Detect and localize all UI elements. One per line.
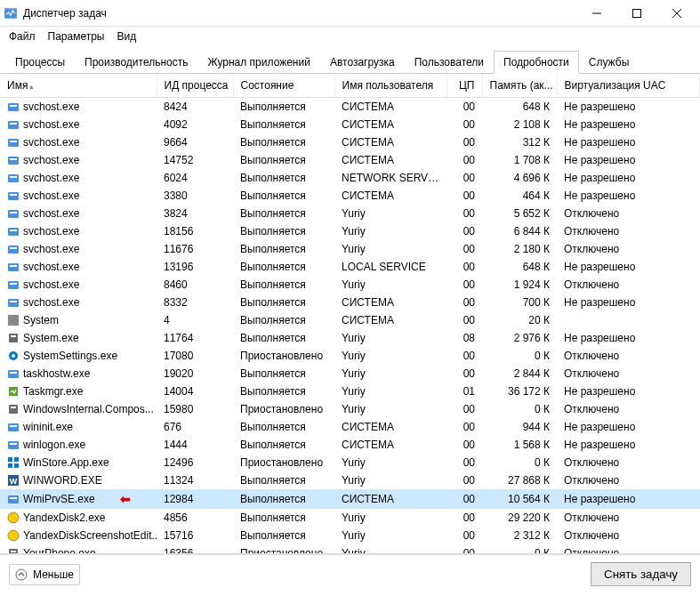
cell-uac: Не разрешено	[557, 489, 700, 509]
titlebar: Диспетчер задач	[0, 0, 700, 27]
table-row[interactable]: svchost.exe6024ВыполняетсяNETWORK SERVIC…	[0, 169, 700, 187]
cell-mem: 2 312 К	[482, 527, 557, 544]
col-name[interactable]: Имя▴	[0, 74, 157, 98]
cell-uac: Не разрешено	[557, 329, 700, 347]
table-row[interactable]: SystemSettings.exe17080ПриостановленоYur…	[0, 347, 700, 365]
table-row[interactable]: taskhostw.exe19020ВыполняетсяYuriy002 84…	[0, 365, 700, 383]
process-name: taskhostw.exe	[23, 367, 90, 380]
footer: Меньше Снять задачу	[0, 554, 700, 593]
cell-pid: 676	[157, 418, 233, 436]
col-uac[interactable]: Виртуализация UAC	[557, 74, 700, 98]
close-icon	[672, 9, 681, 18]
cell-user: Yuriy	[334, 365, 447, 383]
cell-mem: 6 844 К	[482, 222, 557, 240]
close-button[interactable]	[656, 1, 696, 26]
process-name: WinStore.App.exe	[23, 456, 109, 469]
table-row[interactable]: svchost.exe8332ВыполняетсяСИСТЕМА00700 К…	[0, 294, 700, 311]
cell-cpu: 00	[447, 471, 482, 489]
process-table-container[interactable]: Имя▴ ИД процесса Состояние Имя пользоват…	[0, 74, 700, 554]
table-row[interactable]: svchost.exe3824ВыполняетсяYuriy005 652 К…	[0, 205, 700, 222]
table-row[interactable]: svchost.exe18156ВыполняетсяYuriy006 844 …	[0, 222, 700, 240]
table-row[interactable]: svchost.exe11676ВыполняетсяYuriy002 180 …	[0, 240, 700, 258]
minimize-icon	[592, 9, 601, 18]
cell-mem: 0 К	[482, 347, 557, 365]
process-name: svchost.exe	[23, 136, 79, 149]
cell-pid: 8460	[157, 276, 233, 294]
process-name: svchost.exe	[23, 207, 79, 220]
cell-user: СИСТЕМА	[334, 151, 447, 169]
col-cpu[interactable]: ЦП	[447, 74, 482, 98]
fewer-details-button[interactable]: Меньше	[9, 564, 80, 585]
table-row[interactable]: svchost.exe9664ВыполняетсяСИСТЕМА00312 К…	[0, 133, 700, 151]
cell-user: Yuriy	[334, 471, 447, 489]
table-row[interactable]: svchost.exe8460ВыполняетсяYuriy001 924 К…	[0, 276, 700, 294]
cell-cpu: 00	[447, 527, 482, 544]
process-icon	[7, 332, 20, 344]
table-row[interactable]: wininit.exe676ВыполняетсяСИСТЕМА00944 КН…	[0, 418, 700, 436]
cell-status: Выполняется	[233, 365, 334, 383]
cell-pid: 4092	[157, 116, 233, 133]
cell-pid: 12984	[157, 489, 233, 509]
table-row[interactable]: svchost.exe13196ВыполняетсяLOCAL SERVICE…	[0, 258, 700, 276]
cell-uac: Отключено	[557, 276, 700, 294]
table-row[interactable]: YandexDiskScreenshotEdit...15716Выполняе…	[0, 527, 700, 544]
cell-cpu: 01	[447, 383, 482, 400]
process-icon	[7, 225, 20, 238]
cell-user: СИСТЕМА	[334, 489, 447, 509]
cell-cpu: 00	[447, 169, 482, 187]
cell-cpu: 00	[447, 365, 482, 383]
cell-mem: 1 924 К	[482, 276, 557, 294]
menubar: Файл Параметры Вид	[0, 27, 700, 46]
tab-5[interactable]: Подробности	[494, 51, 579, 74]
cell-status: Выполняется	[233, 151, 334, 169]
cell-pid: 18156	[157, 222, 233, 240]
tab-4[interactable]: Пользователи	[405, 51, 494, 74]
table-row[interactable]: WmiPrvSE.exe⬅12984ВыполняетсяСИСТЕМА0010…	[0, 489, 700, 509]
cell-status: Выполняется	[233, 509, 334, 527]
cell-cpu: 00	[447, 222, 482, 240]
tab-1[interactable]: Производительность	[75, 51, 197, 74]
table-row[interactable]: WINWORD.EXE11324ВыполняетсяYuriy0027 868…	[0, 471, 700, 489]
col-memory[interactable]: Память (ак...	[482, 74, 557, 98]
cell-pid: 3824	[157, 205, 233, 222]
cell-uac: Отключено	[557, 544, 700, 554]
menu-options[interactable]: Параметры	[48, 30, 105, 43]
table-row[interactable]: Taskmgr.exe14004ВыполняетсяYuriy0136 172…	[0, 383, 700, 400]
tab-2[interactable]: Журнал приложений	[198, 51, 320, 74]
table-row[interactable]: System4ВыполняетсяСИСТЕМА0020 К	[0, 311, 700, 329]
table-row[interactable]: System.exe11764ВыполняетсяYuriy082 976 К…	[0, 329, 700, 347]
menu-view[interactable]: Вид	[117, 30, 136, 43]
end-task-button[interactable]: Снять задачу	[591, 562, 691, 586]
menu-file[interactable]: Файл	[9, 30, 36, 43]
process-name: winlogon.exe	[23, 439, 85, 451]
cell-cpu: 00	[447, 400, 482, 418]
cell-mem: 2 844 К	[482, 365, 557, 383]
minimize-button[interactable]	[576, 1, 616, 26]
cell-user: Yuriy	[334, 454, 447, 471]
table-row[interactable]: svchost.exe3380ВыполняетсяСИСТЕМА00464 К…	[0, 187, 700, 205]
cell-uac: Не разрешено	[557, 436, 700, 454]
tab-3[interactable]: Автозагрузка	[320, 51, 405, 74]
table-row[interactable]: svchost.exe4092ВыполняетсяСИСТЕМА002 108…	[0, 116, 700, 133]
cell-uac: Отключено	[557, 365, 700, 383]
table-row[interactable]: winlogon.exe1444ВыполняетсяСИСТЕМА001 56…	[0, 436, 700, 454]
cell-uac: Отключено	[557, 509, 700, 527]
cell-mem: 648 К	[482, 258, 557, 276]
maximize-button[interactable]	[616, 1, 656, 26]
table-row[interactable]: YandexDisk2.exe4856ВыполняетсяYuriy0029 …	[0, 509, 700, 527]
tab-0[interactable]: Процессы	[5, 51, 75, 74]
cell-uac: Отключено	[557, 400, 700, 418]
table-row[interactable]: svchost.exe8424ВыполняетсяСИСТЕМА00648 К…	[0, 98, 700, 117]
process-name: Taskmgr.exe	[23, 385, 83, 398]
table-row[interactable]: svchost.exe14752ВыполняетсяСИСТЕМА001 70…	[0, 151, 700, 169]
table-row[interactable]: WinStore.App.exe12496ПриостановленоYuriy…	[0, 454, 700, 471]
tab-6[interactable]: Службы	[579, 51, 639, 74]
cell-cpu: 00	[447, 436, 482, 454]
cell-user: Yuriy	[334, 544, 447, 554]
col-status[interactable]: Состояние	[233, 74, 334, 98]
table-row[interactable]: YourPhone.exe16356ПриостановленоYuriy000…	[0, 544, 700, 554]
col-pid[interactable]: ИД процесса	[157, 74, 233, 98]
cell-status: Выполняется	[233, 258, 334, 276]
col-user[interactable]: Имя пользователя	[334, 74, 447, 98]
table-row[interactable]: WindowsInternal.Compos...15980Приостанов…	[0, 400, 700, 418]
